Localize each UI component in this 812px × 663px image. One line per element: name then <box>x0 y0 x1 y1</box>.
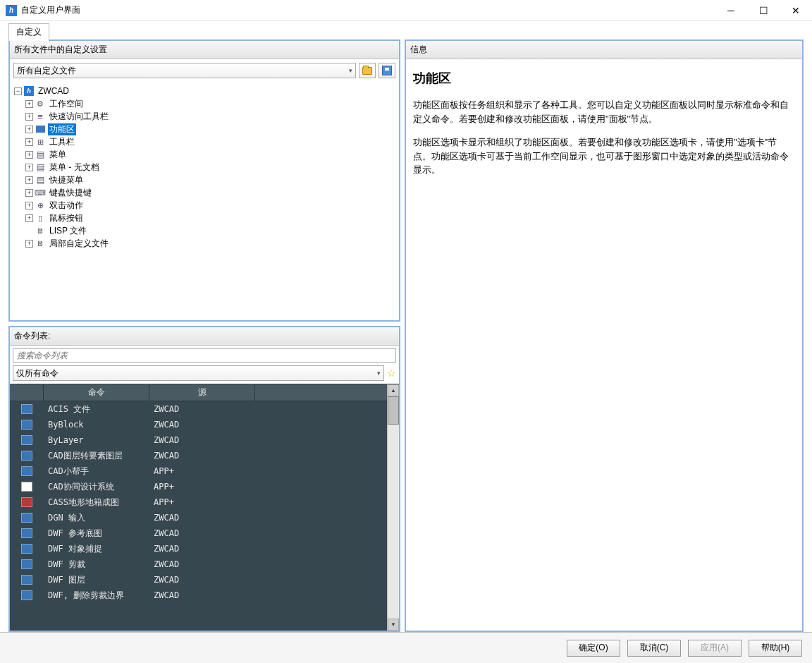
open-file-button[interactable] <box>359 63 376 78</box>
close-button[interactable]: ✕ <box>780 0 812 21</box>
file-icon <box>35 225 46 236</box>
command-row[interactable]: DWF 图层ZWCAD <box>10 572 387 588</box>
cancel-button[interactable]: 取消(C) <box>627 640 681 657</box>
tree-item[interactable]: LISP 文件 <box>11 224 398 237</box>
command-source: ZWCAD <box>149 590 255 600</box>
command-row[interactable]: CAD小帮手APP+ <box>10 463 387 479</box>
expand-icon[interactable]: + <box>25 240 33 248</box>
expand-icon[interactable]: + <box>25 113 33 121</box>
toolbar-icon <box>35 136 46 147</box>
command-row[interactable]: ByBlockZWCAD <box>10 417 387 432</box>
command-icon <box>21 404 32 414</box>
tree-item[interactable]: +菜单 - 无文档 <box>11 161 398 174</box>
expand-icon[interactable]: + <box>25 189 33 197</box>
menu-icon <box>35 174 46 185</box>
expand-icon[interactable]: + <box>25 100 33 108</box>
tree-item[interactable]: +双击动作 <box>11 199 398 212</box>
expand-icon[interactable]: + <box>25 138 33 146</box>
gear-icon: ⚙ <box>35 98 46 109</box>
expand-icon[interactable]: + <box>25 214 33 222</box>
expand-icon[interactable]: + <box>25 202 33 209</box>
titlebar: h 自定义用户界面 ─ ☐ ✕ <box>0 0 812 21</box>
command-row[interactable]: DGN 输入ZWCAD <box>10 510 387 525</box>
tree-item-label: 鼠标按钮 <box>48 212 85 224</box>
command-row[interactable]: ByLayerZWCAD <box>10 432 387 448</box>
tree-root-label: ZWCAD <box>37 86 70 96</box>
command-filter-dropdown[interactable]: 仅所有命令 ▾ <box>13 365 384 381</box>
command-name: CASS地形地籍成图 <box>44 497 149 509</box>
tree-item[interactable]: +快捷菜单 <box>11 174 398 186</box>
tree-item[interactable]: +⚙工作空间 <box>11 97 398 110</box>
col-command[interactable]: 命令 <box>44 384 149 401</box>
window-title: 自定义用户界面 <box>21 4 715 16</box>
command-name: CAD协同设计系统 <box>44 481 149 493</box>
command-source: ZWCAD <box>149 420 255 430</box>
command-source: ZWCAD <box>149 575 255 585</box>
tree-item[interactable]: +鼠标按钮 <box>11 212 398 224</box>
ribbon-icon <box>35 123 46 135</box>
info-paragraph-2: 功能区选项卡显示和组织了功能区面板。若要创建和修改功能区选项卡，请使用"选项卡"… <box>413 135 795 177</box>
kbd-icon <box>35 187 46 198</box>
tree-item-label: 快速访问工具栏 <box>48 111 110 123</box>
command-search-input[interactable] <box>13 348 396 363</box>
settings-panel-header: 所有文件中的自定义设置 <box>10 41 399 59</box>
star-icon[interactable]: ☆ <box>387 367 396 379</box>
info-title: 功能区 <box>413 69 795 88</box>
command-row[interactable]: CASS地形地籍成图APP+ <box>10 494 387 510</box>
command-row[interactable]: DWF 对象捕捉ZWCAD <box>10 541 387 556</box>
minimize-button[interactable]: ─ <box>715 0 747 21</box>
ok-button[interactable]: 确定(O) <box>567 640 620 657</box>
tab-customize[interactable]: 自定义 <box>8 23 49 41</box>
tree-item[interactable]: +菜单 <box>11 148 398 161</box>
command-scrollbar[interactable]: ▲ ▼ <box>387 384 399 631</box>
scroll-up-icon[interactable]: ▲ <box>388 384 399 396</box>
command-row[interactable]: ACIS 文件ZWCAD <box>10 401 387 417</box>
scroll-down-icon[interactable]: ▼ <box>388 619 399 631</box>
tree-item[interactable]: +快速访问工具栏 <box>11 110 398 123</box>
save-file-button[interactable] <box>379 63 395 78</box>
command-filter-value: 仅所有命令 <box>16 367 59 379</box>
info-panel: 信息 功能区 功能区面板按任务组织和显示了各种工具。您可以自定义功能区面板以同时… <box>405 39 804 632</box>
tree-item[interactable]: +功能区 <box>11 123 398 135</box>
command-name: DWF 对象捕捉 <box>44 543 149 555</box>
settings-tree[interactable]: −hZWCAD+⚙工作空间+快速访问工具栏+功能区+工具栏+菜单+菜单 - 无文… <box>10 82 399 320</box>
scroll-thumb[interactable] <box>388 396 399 425</box>
command-row[interactable]: DWF, 删除剪裁边界ZWCAD <box>10 588 387 603</box>
command-name: DWF 剪裁 <box>44 559 149 571</box>
command-row[interactable]: CAD协同设计系统APP+ <box>10 479 387 494</box>
collapse-icon[interactable]: − <box>14 87 22 95</box>
help-button[interactable]: 帮助(H) <box>749 640 802 657</box>
command-icon <box>21 559 32 569</box>
chevron-down-icon: ▾ <box>377 370 381 377</box>
command-source: APP+ <box>149 497 255 507</box>
command-name: CAD图层转要素图层 <box>44 450 149 462</box>
file-select-dropdown[interactable]: 所有自定义文件 ▾ <box>13 63 356 78</box>
command-source: ZWCAD <box>149 559 255 569</box>
maximize-button[interactable]: ☐ <box>747 0 780 21</box>
command-row[interactable]: DWF 剪裁ZWCAD <box>10 556 387 572</box>
settings-panel: 所有文件中的自定义设置 所有自定义文件 ▾ −hZWCAD+⚙工作空间+快速访问… <box>8 39 400 322</box>
command-row[interactable]: DWF 参考底图ZWCAD <box>10 525 387 541</box>
command-name: DGN 输入 <box>44 512 149 524</box>
tree-item-label: 工作空间 <box>48 98 85 110</box>
command-source: APP+ <box>149 482 255 492</box>
tree-root[interactable]: −hZWCAD <box>11 85 398 97</box>
expand-icon[interactable]: + <box>25 164 33 171</box>
command-table-header: 命令 源 <box>10 384 387 401</box>
col-source[interactable]: 源 <box>149 384 255 401</box>
command-table[interactable]: 命令 源 ACIS 文件ZWCADByBlockZWCADByLayerZWCA… <box>10 384 387 631</box>
tree-item[interactable]: +键盘快捷键 <box>11 186 398 199</box>
command-icon <box>21 420 32 430</box>
expand-icon[interactable]: + <box>25 176 33 184</box>
expand-icon[interactable]: + <box>25 126 33 133</box>
command-icon <box>21 528 32 538</box>
tree-item[interactable]: +局部自定义文件 <box>11 237 398 250</box>
command-icon <box>21 513 32 523</box>
folder-icon <box>362 67 372 75</box>
file-icon <box>35 238 46 249</box>
apply-button[interactable]: 应用(A) <box>688 640 742 657</box>
command-row[interactable]: CAD图层转要素图层ZWCAD <box>10 448 387 463</box>
tree-item-label: 双击动作 <box>48 200 85 212</box>
expand-icon[interactable]: + <box>25 151 33 159</box>
tree-item[interactable]: +工具栏 <box>11 135 398 148</box>
